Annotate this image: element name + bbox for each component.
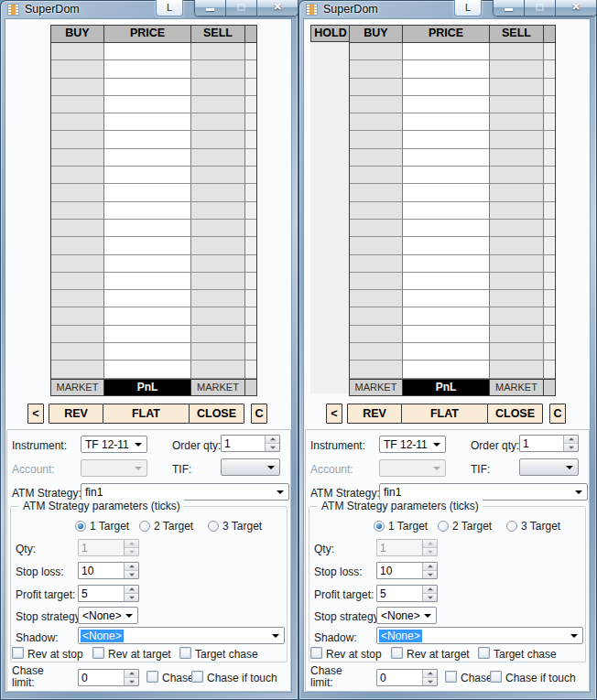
- ladder-cell[interactable]: [191, 43, 245, 60]
- ladder-row[interactable]: [51, 184, 256, 201]
- spin-up-button[interactable]: [564, 436, 578, 444]
- ladder-cell[interactable]: [403, 113, 490, 131]
- minimize-button[interactable]: [494, 0, 525, 16]
- buy-market-cell[interactable]: MARKET: [51, 380, 104, 395]
- ladder-cell[interactable]: [403, 307, 490, 325]
- ladder-row[interactable]: [51, 79, 256, 96]
- chase-checkbox[interactable]: [147, 671, 158, 683]
- ladder-cell[interactable]: [544, 79, 555, 96]
- ladder-cell[interactable]: [350, 361, 403, 378]
- ladder-cell[interactable]: [191, 290, 245, 307]
- ladder-cell[interactable]: [51, 290, 104, 307]
- ladder-row[interactable]: [350, 184, 555, 201]
- ladder-cell[interactable]: [350, 149, 403, 167]
- ladder-cell[interactable]: [51, 184, 104, 201]
- ladder-cell[interactable]: [403, 255, 490, 273]
- ladder-cell[interactable]: [191, 255, 245, 273]
- ladder-row[interactable]: [350, 167, 555, 184]
- spin-up-button[interactable]: [125, 563, 138, 571]
- target-chase-checkbox[interactable]: [478, 647, 490, 659]
- ladder-cell[interactable]: [191, 167, 245, 184]
- ladder-cell[interactable]: [104, 131, 191, 148]
- profit-target-stepper[interactable]: 5: [78, 585, 139, 602]
- spin-down-button[interactable]: [423, 594, 437, 601]
- profit-target-stepper[interactable]: 5: [376, 585, 438, 602]
- ladder-cell[interactable]: [350, 96, 403, 113]
- maximize-button[interactable]: [525, 0, 556, 16]
- ladder-cell[interactable]: [51, 149, 104, 167]
- ladder-row[interactable]: [350, 220, 555, 237]
- flat-button[interactable]: FLAT: [401, 404, 488, 424]
- ladder-cell[interactable]: [104, 184, 191, 201]
- ladder-cell[interactable]: [403, 343, 490, 361]
- ladder-cell[interactable]: [350, 307, 403, 325]
- ladder-cell[interactable]: [51, 237, 104, 254]
- ladder-cell[interactable]: [245, 202, 256, 220]
- ladder-cell[interactable]: [191, 149, 245, 167]
- radio-3-target[interactable]: [506, 521, 517, 532]
- ladder-cell[interactable]: [403, 60, 490, 78]
- target-chase-checkbox[interactable]: [179, 647, 191, 659]
- ladder-cell[interactable]: [544, 131, 555, 148]
- ladder-cell[interactable]: [245, 361, 256, 378]
- order-qty-stepper[interactable]: 1: [519, 435, 579, 452]
- ladder-cell[interactable]: [191, 79, 245, 96]
- ladder-cell[interactable]: [191, 237, 245, 254]
- ladder-cell[interactable]: [350, 326, 403, 343]
- ladder-cell[interactable]: [403, 96, 490, 113]
- ladder-cell[interactable]: [51, 255, 104, 273]
- ladder-cell[interactable]: [191, 113, 245, 131]
- collapse-button[interactable]: <: [27, 404, 44, 424]
- rev-at-target-checkbox[interactable]: [92, 647, 104, 659]
- order-qty-stepper[interactable]: 1: [221, 435, 280, 452]
- spin-up-button[interactable]: [423, 586, 437, 594]
- ladder-cell[interactable]: [350, 60, 403, 78]
- ladder-cell[interactable]: [191, 361, 245, 378]
- ladder-cell[interactable]: [350, 237, 403, 254]
- spin-down-button[interactable]: [125, 594, 138, 601]
- stop-strategy-combobox[interactable]: <None>: [376, 607, 437, 624]
- ladder-cell[interactable]: [51, 273, 104, 290]
- ladder-cell[interactable]: [104, 202, 191, 220]
- ladder-cell[interactable]: [104, 167, 191, 184]
- ladder-cell[interactable]: [490, 60, 544, 78]
- ladder-cell[interactable]: [191, 60, 245, 78]
- ladder-cell[interactable]: [245, 96, 256, 113]
- stop-strategy-combobox[interactable]: <None>: [78, 607, 138, 624]
- ladder-cell[interactable]: [350, 167, 403, 184]
- ladder-cell[interactable]: [490, 290, 544, 307]
- ladder-cell[interactable]: [350, 43, 403, 60]
- ladder-row[interactable]: [350, 149, 555, 167]
- ladder-cell[interactable]: [51, 60, 104, 78]
- ladder-cell[interactable]: [544, 273, 555, 290]
- ladder-cell[interactable]: [191, 343, 245, 361]
- ladder-cell[interactable]: [350, 202, 403, 220]
- instrument-combobox[interactable]: TF 12-11: [379, 436, 446, 453]
- minimize-button[interactable]: [195, 0, 226, 16]
- ladder-cell[interactable]: [490, 43, 544, 60]
- ladder-cell[interactable]: [490, 326, 544, 343]
- chase-checkbox[interactable]: [445, 671, 457, 683]
- ladder-row[interactable]: [350, 113, 555, 131]
- ladder-cell[interactable]: [350, 273, 403, 290]
- radio-2-target[interactable]: [139, 521, 150, 532]
- ladder-cell[interactable]: [544, 113, 555, 131]
- link-button[interactable]: L: [454, 0, 482, 16]
- ladder-cell[interactable]: [544, 361, 555, 378]
- ladder-cell[interactable]: [104, 113, 191, 131]
- stop-loss-stepper[interactable]: 10: [78, 562, 139, 579]
- ladder-row[interactable]: [350, 43, 555, 60]
- radio-2-target[interactable]: [438, 521, 449, 532]
- ladder-cell[interactable]: [403, 149, 490, 167]
- ladder-cell[interactable]: [544, 184, 555, 201]
- ladder-cell[interactable]: [490, 131, 544, 148]
- ladder-cell[interactable]: [403, 131, 490, 148]
- pnl-cell[interactable]: PnL: [403, 380, 490, 395]
- ladder-row[interactable]: [350, 273, 555, 290]
- ladder-cell[interactable]: [245, 149, 256, 167]
- ladder-cell[interactable]: [104, 220, 191, 237]
- maximize-button[interactable]: [226, 0, 257, 16]
- ladder-row[interactable]: [350, 79, 555, 96]
- sell-market-cell[interactable]: MARKET: [191, 380, 245, 395]
- ladder-cell[interactable]: [245, 273, 256, 290]
